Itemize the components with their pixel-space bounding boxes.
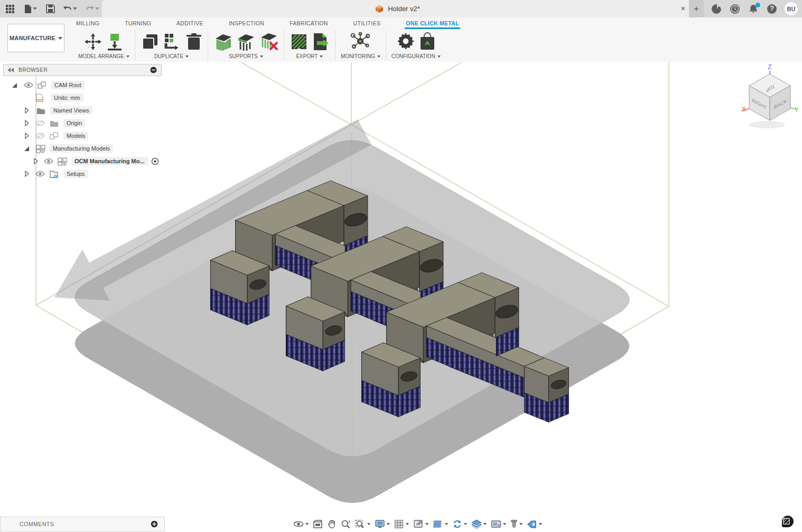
selection-filter-button[interactable]	[525, 519, 544, 530]
add-comment-icon[interactable]	[151, 520, 158, 528]
collapsed-arrow-icon[interactable]	[34, 158, 38, 164]
group-label[interactable]: CONFIGURATION	[391, 53, 441, 59]
tree-row-cam-root[interactable]: CAM Root	[3, 79, 162, 91]
regenerate-button[interactable]	[451, 518, 469, 530]
navigation-toolbar: ±	[292, 517, 544, 531]
group-label[interactable]: SUPPORTS	[229, 53, 263, 59]
data-panel-button[interactable]	[3, 2, 17, 16]
tree-label[interactable]: Manufacturing Models	[50, 144, 113, 153]
grid-and-snaps-button[interactable]	[393, 518, 411, 530]
tree-label[interactable]: Origin	[63, 119, 85, 127]
sync-arrows-icon	[452, 519, 462, 529]
close-tab-button[interactable]: ×	[678, 4, 688, 13]
hidden-eye-icon[interactable]	[35, 120, 45, 127]
folder-icon	[50, 120, 59, 127]
monitoring-network-icon[interactable]	[349, 31, 372, 51]
delete-supports-icon[interactable]	[259, 32, 278, 51]
tree-row-setups[interactable]: Setups	[3, 167, 162, 180]
fastener-button[interactable]	[509, 518, 524, 530]
viewports-button[interactable]	[412, 518, 430, 530]
tree-row-ocm-manufacturing-model[interactable]: OCM Manufacturing Mo...	[3, 155, 162, 167]
new-tab-button[interactable]: +	[689, 0, 704, 17]
visual-style-button[interactable]	[470, 518, 488, 530]
tree-row-manufacturing-models[interactable]: Manufacturing Models	[3, 142, 162, 155]
tree-row-named-views[interactable]: Named Views	[3, 104, 162, 117]
tree-label[interactable]: CAM Root	[51, 81, 85, 89]
file-menu-button[interactable]	[20, 2, 40, 16]
duplicate-icon[interactable]	[141, 32, 160, 51]
view-cube[interactable]: Z X Y TOP RIGHT BACK	[742, 63, 799, 128]
expanded-arrow-icon[interactable]	[24, 146, 30, 152]
undo-button[interactable]	[60, 2, 79, 16]
hidden-eye-icon[interactable]	[35, 133, 45, 139]
chevron-down-icon	[406, 523, 409, 525]
notifications-wrapper[interactable]	[748, 3, 759, 15]
orbit-button[interactable]	[292, 518, 310, 530]
group-model-arrange: MODEL ARRANGE	[73, 30, 135, 61]
collapsed-arrow-icon[interactable]	[25, 107, 29, 114]
settings-gear-icon[interactable]	[396, 31, 416, 51]
fit-button[interactable]	[353, 518, 372, 530]
help-button[interactable]: ?	[766, 3, 778, 15]
machine-display-button[interactable]	[489, 519, 508, 529]
display-settings-button[interactable]	[373, 518, 391, 530]
save-button[interactable]	[43, 2, 57, 16]
slice-layers-button[interactable]	[431, 518, 450, 530]
visible-eye-icon[interactable]	[35, 171, 45, 177]
minimize-circle-icon[interactable]	[150, 67, 157, 73]
group-label[interactable]: EXPORT	[296, 53, 323, 59]
tree-label[interactable]: Setups	[63, 170, 88, 178]
job-status-clock-icon[interactable]	[729, 3, 741, 15]
store-bag-icon[interactable]	[419, 31, 436, 51]
tab-turning[interactable]: TURNING	[124, 18, 152, 29]
export-build-icon[interactable]	[290, 32, 309, 51]
tree-label[interactable]: Named Views	[50, 106, 92, 115]
tree-label[interactable]: Models	[63, 132, 88, 140]
collapsed-arrow-icon[interactable]	[25, 120, 29, 126]
group-label[interactable]: DUPLICATE	[154, 53, 189, 59]
collapsed-arrow-icon[interactable]	[25, 171, 29, 177]
redo-button[interactable]	[82, 2, 101, 16]
group-label[interactable]: MONITORING	[341, 53, 380, 59]
pan-button[interactable]	[325, 518, 338, 530]
chevron-down-icon	[483, 523, 487, 525]
expanded-arrow-icon[interactable]	[12, 82, 17, 88]
browser-header[interactable]: BROWSER	[3, 64, 162, 76]
arrange-icon[interactable]	[83, 32, 102, 51]
tab-inspection[interactable]: INSPECTION	[228, 18, 265, 29]
chevron-down-icon	[539, 523, 542, 525]
visible-eye-icon[interactable]	[24, 82, 33, 88]
tree-row-models[interactable]: Models	[3, 129, 162, 142]
active-model-radio-icon[interactable]	[151, 157, 159, 165]
comments-bar[interactable]: COMMENTS	[0, 517, 165, 531]
tree-label[interactable]: Units: mm	[51, 94, 83, 102]
tab-utilities[interactable]: UTILITIES	[352, 18, 382, 29]
drop-to-platform-icon[interactable]	[106, 32, 124, 51]
tab-one-click-metal[interactable]: ONE CLICK METAL	[405, 18, 460, 29]
tree-label[interactable]: OCM Manufacturing Mo...	[71, 157, 148, 165]
look-at-button[interactable]	[311, 519, 324, 530]
tree-row-units[interactable]: Units: mm	[3, 91, 162, 104]
orbit-icon	[293, 519, 304, 529]
assistant-bubble[interactable]	[779, 514, 795, 531]
tree-row-origin[interactable]: Origin	[3, 117, 162, 129]
document-tab[interactable]: Holder v2* ×	[102, 0, 693, 17]
visible-eye-icon[interactable]	[44, 158, 53, 164]
pattern-icon[interactable]	[163, 32, 182, 51]
group-label[interactable]: MODEL ARRANGE	[78, 53, 129, 59]
fusion-window: Holder v2* × + ? BU MANUFACTURE MILLING	[0, 0, 802, 532]
extensions-icon[interactable]	[711, 3, 722, 15]
build-plate[interactable]	[75, 133, 629, 503]
zoom-button[interactable]: ±	[339, 518, 352, 530]
tab-fabrication[interactable]: FABRICATION	[288, 18, 329, 29]
user-avatar[interactable]: BU	[785, 2, 798, 15]
delete-trash-icon[interactable]	[185, 32, 202, 51]
workspace-selector[interactable]: MANUFACTURE	[7, 24, 64, 52]
collapsed-arrow-icon[interactable]	[25, 133, 29, 139]
support-bar-icon[interactable]	[236, 32, 256, 51]
tab-milling[interactable]: MILLING	[75, 18, 100, 29]
chevron-down-icon	[33, 7, 37, 10]
support-volume-icon[interactable]	[213, 32, 233, 51]
tab-additive[interactable]: ADDITIVE	[175, 18, 204, 29]
export-file-icon[interactable]	[312, 32, 330, 51]
